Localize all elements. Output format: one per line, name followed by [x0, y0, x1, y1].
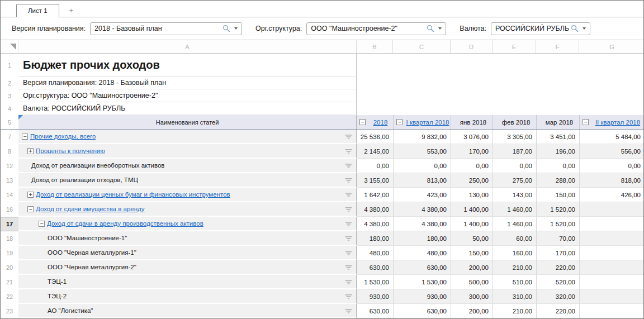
- expander-icon[interactable]: −: [22, 134, 28, 140]
- row-number[interactable]: 7: [1, 130, 18, 144]
- period-header-cell[interactable]: янв 2018: [451, 115, 493, 129]
- column-header-b[interactable]: B: [357, 40, 393, 53]
- value-cell-feb[interactable]: 210,00: [493, 260, 536, 275]
- value-cell-year[interactable]: 25 536,00: [357, 130, 393, 144]
- collapse-icon[interactable]: −: [396, 119, 402, 125]
- search-icon[interactable]: [571, 25, 579, 32]
- value-cell-q2[interactable]: [579, 217, 644, 231]
- value-cell-q1[interactable]: 180,00: [393, 231, 451, 246]
- period-header-cell[interactable]: фев 2018: [493, 115, 536, 129]
- article-name-cell[interactable]: ООО "Машиностроение-1": [18, 231, 357, 246]
- collapse-icon[interactable]: −: [359, 119, 366, 125]
- chevron-down-icon[interactable]: [438, 27, 442, 30]
- row-number[interactable]: 14: [1, 188, 18, 202]
- article-name-cell[interactable]: Доход от реализации отходов, ТМЦ: [18, 173, 357, 188]
- info-cell[interactable]: Валюта: РОССИЙСКИЙ РУБЛЬ: [18, 102, 357, 115]
- value-cell-q2[interactable]: [579, 231, 644, 246]
- article-name-cell[interactable]: ООО "Черная металлургия-1": [18, 246, 357, 260]
- filter-icon[interactable]: [345, 149, 352, 154]
- filter-icon[interactable]: [345, 294, 352, 299]
- row-number[interactable]: 17: [1, 217, 18, 231]
- value-cell-year[interactable]: 4 380,00: [357, 202, 393, 217]
- value-cell-q1[interactable]: 813,00: [393, 173, 451, 188]
- filter-icon[interactable]: [345, 207, 352, 212]
- row-number[interactable]: 5: [1, 115, 18, 129]
- filter-icon[interactable]: [345, 236, 352, 241]
- value-cell-q1[interactable]: 930,00: [393, 289, 451, 304]
- filter-icon[interactable]: [345, 250, 352, 256]
- value-cell-mar[interactable]: 150,00: [536, 188, 579, 202]
- value-cell-q1[interactable]: 4 380,00: [393, 217, 451, 231]
- value-cell-jan[interactable]: 50,00: [451, 231, 493, 246]
- row-number[interactable]: 2: [1, 77, 18, 89]
- article-name-cell[interactable]: ТЭЦ-1: [18, 275, 357, 289]
- value-cell-feb[interactable]: 210,00: [493, 304, 536, 318]
- value-cell-feb[interactable]: 160,00: [493, 246, 536, 260]
- expander-icon[interactable]: +: [27, 192, 34, 198]
- value-cell-year[interactable]: 0,00: [357, 159, 393, 173]
- period-header-cell[interactable]: − 2018: [357, 115, 393, 129]
- column-header-f[interactable]: F: [536, 40, 579, 53]
- value-cell-jan[interactable]: 1 400,00: [451, 217, 493, 231]
- value-cell-jan[interactable]: 0,00: [451, 159, 493, 173]
- value-cell-jan[interactable]: 500,00: [451, 275, 493, 289]
- article-name-cell[interactable]: − Прочие доходы, всего: [18, 130, 357, 144]
- value-cell-mar[interactable]: 196,00: [536, 144, 579, 159]
- row-number[interactable]: 1: [1, 54, 18, 77]
- collapse-icon[interactable]: −: [583, 119, 589, 125]
- articles-header-cell[interactable]: Наименования статей: [18, 115, 357, 129]
- value-cell-jan[interactable]: 3 076,00: [451, 130, 493, 144]
- row-number[interactable]: 23: [1, 304, 18, 318]
- article-name-cell[interactable]: + Проценты к получению: [18, 144, 357, 159]
- value-cell-mar[interactable]: 520,00: [536, 275, 579, 289]
- filter-icon[interactable]: [345, 178, 352, 183]
- row-number[interactable]: 8: [1, 144, 18, 159]
- value-cell-feb[interactable]: 1 460,00: [493, 202, 536, 217]
- info-cell[interactable]: Орг.структура: ООО "Машиностроение-2": [18, 89, 357, 102]
- value-cell-jan[interactable]: 200,00: [451, 260, 493, 275]
- value-cell-year[interactable]: 180,00: [357, 231, 393, 246]
- article-name-cell[interactable]: ООО "Черная металлургия-2": [18, 260, 357, 275]
- value-cell-q1[interactable]: 9 832,00: [393, 130, 451, 144]
- value-cell-feb[interactable]: 275,00: [493, 173, 536, 188]
- value-cell-feb[interactable]: 187,00: [493, 144, 536, 159]
- value-cell-q1[interactable]: 630,00: [393, 260, 451, 275]
- value-cell-jan[interactable]: 130,00: [451, 188, 493, 202]
- value-cell-mar[interactable]: 220,00: [536, 260, 579, 275]
- value-cell-year[interactable]: 1 530,00: [357, 275, 393, 289]
- value-cell-feb[interactable]: 510,00: [493, 275, 536, 289]
- filter-icon[interactable]: [345, 279, 352, 285]
- planning-version-input[interactable]: 2018 - Базовый план: [90, 22, 242, 35]
- period-header-cell[interactable]: − I квартал 2018: [393, 115, 451, 129]
- column-header-d[interactable]: D: [451, 40, 493, 53]
- column-header-c[interactable]: C: [393, 40, 451, 53]
- search-icon[interactable]: [427, 25, 434, 32]
- value-cell-feb[interactable]: 0,00: [493, 159, 536, 173]
- value-cell-q2[interactable]: [579, 289, 644, 304]
- value-cell-year[interactable]: 630,00: [357, 304, 393, 318]
- value-cell-q2[interactable]: 556,00: [579, 144, 644, 159]
- value-cell-q1[interactable]: 0,00: [393, 159, 451, 173]
- add-sheet-button[interactable]: +: [59, 3, 84, 17]
- value-cell-q2[interactable]: [579, 275, 644, 289]
- sheet-tab[interactable]: Лист 1: [16, 4, 59, 17]
- row-number[interactable]: 19: [1, 246, 18, 260]
- filter-icon[interactable]: [345, 308, 352, 314]
- filter-icon[interactable]: [345, 265, 352, 270]
- value-cell-q2[interactable]: [579, 202, 644, 217]
- value-cell-jan[interactable]: 200,00: [451, 304, 493, 318]
- value-cell-year[interactable]: 930,00: [357, 289, 393, 304]
- value-cell-jan[interactable]: 300,00: [451, 289, 493, 304]
- period-header-label[interactable]: II квартал 2018: [591, 119, 644, 126]
- article-label[interactable]: Прочие доходы, всего: [30, 133, 96, 140]
- value-cell-mar[interactable]: 288,00: [536, 173, 579, 188]
- value-cell-mar[interactable]: 1 520,00: [536, 202, 579, 217]
- filter-icon[interactable]: [345, 134, 352, 140]
- value-cell-q2[interactable]: [579, 260, 644, 275]
- article-label[interactable]: Доход от реализации ценных бумаг и финан…: [36, 191, 230, 198]
- value-cell-q2[interactable]: 5 484,00: [579, 130, 644, 144]
- value-cell-feb[interactable]: 310,00: [493, 289, 536, 304]
- value-cell-mar[interactable]: 70,00: [536, 231, 579, 246]
- value-cell-feb[interactable]: 143,00: [493, 188, 536, 202]
- value-cell-year[interactable]: 3 155,00: [357, 173, 393, 188]
